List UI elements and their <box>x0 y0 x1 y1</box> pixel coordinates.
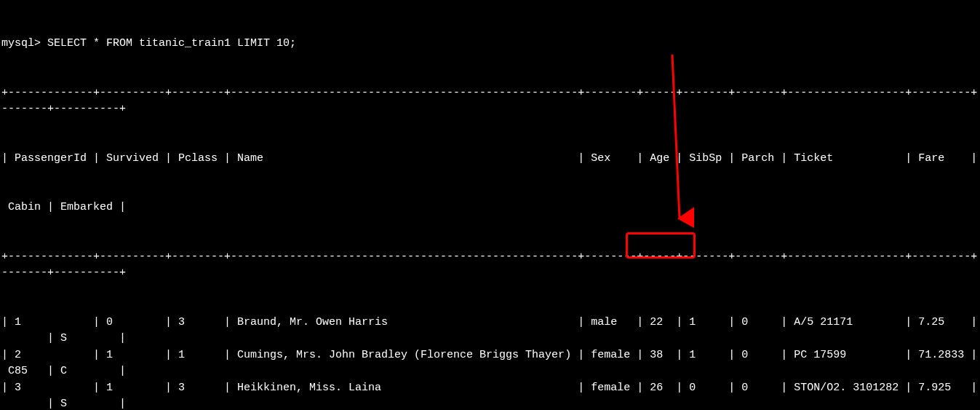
table-row-wrap: | S | <box>1 396 979 410</box>
table-divider-mid: +-------------+----------+--------+-----… <box>1 249 979 282</box>
table-row-wrap: C85 | C | <box>1 363 979 380</box>
svg-line-1 <box>672 55 680 218</box>
table-header-line2: Cabin | Embarked | <box>1 200 979 216</box>
table-header-line1: | PassengerId | Survived | Pclass | Name… <box>1 151 979 167</box>
query-text: SELECT * FROM titanic_train1 LIMIT 10; <box>47 37 296 50</box>
table-body: | 1 | 0 | 3 | Braund, Mr. Owen Harris | … <box>1 315 979 411</box>
mysql-terminal[interactable]: mysql> SELECT * FROM titanic_train1 LIMI… <box>0 0 980 410</box>
prompt: mysql> <box>1 37 47 50</box>
table-row: | 2 | 1 | 1 | Cumings, Mrs. John Bradley… <box>1 347 979 364</box>
prompt-line: mysql> SELECT * FROM titanic_train1 LIMI… <box>1 36 979 52</box>
table-row-wrap: | S | <box>1 331 979 347</box>
table-divider-top: +-------------+----------+--------+-----… <box>1 85 979 118</box>
table-row: | 1 | 0 | 3 | Braund, Mr. Owen Harris | … <box>1 315 979 331</box>
table-row: | 3 | 1 | 3 | Heikkinen, Miss. Laina | f… <box>1 380 979 397</box>
